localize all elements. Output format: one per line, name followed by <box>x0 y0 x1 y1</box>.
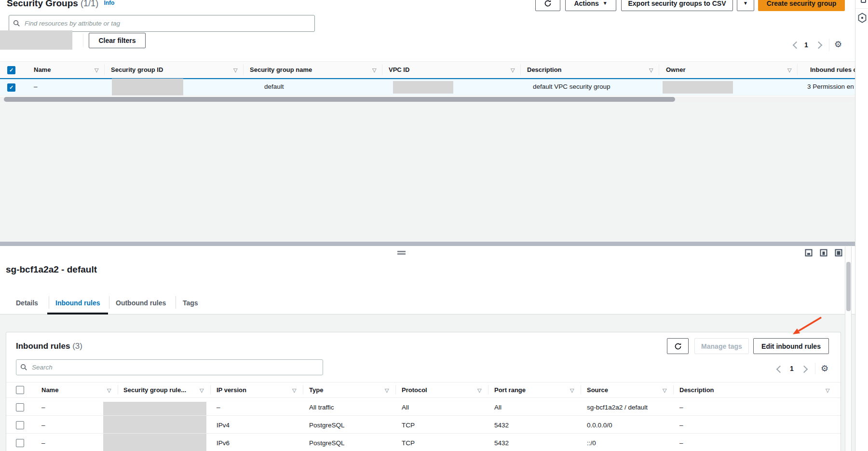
tab-outbound-rules[interactable]: Outbound rules <box>116 299 166 307</box>
cell-type: All traffic <box>309 404 334 411</box>
table-row[interactable] <box>6 434 841 451</box>
cell-sg-name: default <box>264 83 284 90</box>
filter-icon[interactable]: ▽ <box>570 388 574 393</box>
filter-icon[interactable]: ▽ <box>385 388 389 393</box>
create-security-group-button[interactable]: Create security group <box>758 0 845 11</box>
cell-description: default VPC security group <box>533 83 610 90</box>
panel-position-bottom-icon[interactable] <box>805 249 813 259</box>
cell-name: – <box>41 404 45 411</box>
column-header-inbound-rules[interactable]: Inbound rules co <box>810 66 855 73</box>
column-header-rule-id[interactable]: Security group rule... <box>123 386 186 394</box>
refresh-icon <box>674 342 682 350</box>
table-settings-gear-icon[interactable]: ⚙ <box>821 364 828 373</box>
partial-tool-icon[interactable] <box>861 0 866 3</box>
table-settings-gear-icon[interactable]: ⚙ <box>834 40 842 49</box>
scrollbar-thumb[interactable] <box>846 262 851 311</box>
vertical-scrollbar[interactable] <box>845 246 852 451</box>
column-header-description[interactable]: Description <box>527 66 562 73</box>
row-checkbox[interactable]: ✓ <box>7 83 15 92</box>
panel-position-full-icon[interactable] <box>835 249 842 259</box>
divider <box>210 385 211 395</box>
tab-tags[interactable]: Tags <box>183 299 198 307</box>
split-panel-divider[interactable] <box>0 242 855 246</box>
filter-icon[interactable]: ▽ <box>107 388 111 393</box>
find-resources-search[interactable] <box>9 15 315 32</box>
split-panel-title: sg-bcf1a2a2 - default <box>6 264 97 275</box>
tab-inbound-rules[interactable]: Inbound rules <box>55 299 100 307</box>
divider <box>581 385 581 395</box>
column-header-name[interactable]: Name <box>34 66 51 73</box>
manage-tags-button[interactable]: Manage tags <box>694 338 749 354</box>
divider <box>673 385 674 395</box>
divider <box>520 64 521 75</box>
rules-search[interactable] <box>16 359 323 375</box>
column-header-description[interactable]: Description <box>679 386 714 394</box>
previous-page-icon[interactable] <box>793 41 800 49</box>
column-header-ip-version[interactable]: IP version <box>217 386 246 394</box>
filter-icon[interactable]: ▽ <box>511 68 515 73</box>
toolbar-section <box>855 0 868 9</box>
search-icon <box>20 364 27 371</box>
rules-search-input[interactable] <box>31 363 319 371</box>
filter-icon[interactable]: ▽ <box>787 68 791 73</box>
filter-icon[interactable]: ▽ <box>649 68 653 73</box>
filter-icon[interactable]: ▽ <box>826 388 829 393</box>
filter-icon[interactable]: ▽ <box>233 68 237 73</box>
divider <box>109 296 109 309</box>
divider <box>382 64 382 75</box>
cell-name: – <box>34 83 38 90</box>
tab-details[interactable]: Details <box>16 299 38 307</box>
row-checkbox[interactable] <box>16 421 24 429</box>
row-checkbox[interactable] <box>16 403 24 411</box>
amazon-q-icon[interactable] <box>857 13 867 25</box>
filter-icon[interactable]: ▽ <box>663 388 666 393</box>
column-header-owner[interactable]: Owner <box>666 66 685 73</box>
next-page-icon[interactable] <box>815 41 823 49</box>
divider <box>49 296 49 309</box>
table-row[interactable] <box>6 416 841 434</box>
filter-icon[interactable]: ▽ <box>292 388 296 393</box>
divider <box>829 39 829 51</box>
select-all-checkbox[interactable]: ✓ <box>7 66 15 74</box>
column-header-sg-id[interactable]: Security group ID <box>111 66 163 73</box>
column-header-name[interactable]: Name <box>41 386 58 394</box>
export-options-button[interactable]: ▼ <box>737 0 754 11</box>
page-number[interactable]: 1 <box>804 41 808 49</box>
refresh-icon <box>544 0 552 7</box>
clear-filters-button[interactable]: Clear filters <box>89 33 146 48</box>
filter-icon[interactable]: ▽ <box>95 68 98 73</box>
column-header-type[interactable]: Type <box>309 386 323 394</box>
page-number[interactable]: 1 <box>790 365 794 372</box>
panel-position-side-icon[interactable] <box>820 249 827 259</box>
refresh-button[interactable] <box>535 0 560 11</box>
refresh-rules-button[interactable] <box>667 338 689 354</box>
column-header-protocol[interactable]: Protocol <box>402 386 427 394</box>
export-csv-button[interactable]: Export security groups to CSV <box>621 0 733 11</box>
split-panel-resize-handle[interactable] <box>397 251 406 255</box>
cell-source: sg-bcf1a2a2 / default <box>587 404 648 411</box>
scrollbar-thumb[interactable] <box>4 97 675 102</box>
cell-protocol: All <box>402 404 409 411</box>
cell-port-range: All <box>494 404 502 411</box>
find-resources-input[interactable] <box>24 19 311 27</box>
column-header-sg-name[interactable]: Security group name <box>250 66 312 73</box>
select-all-checkbox[interactable] <box>16 386 24 394</box>
cell-description: – <box>679 404 683 411</box>
row-checkbox[interactable] <box>16 439 24 447</box>
redacted-filter-token <box>0 30 72 50</box>
column-header-port-range[interactable]: Port range <box>494 386 526 394</box>
cell-ip-version: – <box>217 404 220 411</box>
horizontal-scrollbar[interactable] <box>0 96 855 102</box>
filter-icon[interactable]: ▽ <box>372 68 376 73</box>
column-header-source[interactable]: Source <box>587 386 608 394</box>
filter-icon[interactable]: ▽ <box>477 388 481 393</box>
filter-icon[interactable]: ▽ <box>200 388 203 393</box>
divider <box>118 385 118 395</box>
actions-button[interactable]: Actions ▼ <box>565 0 616 11</box>
table-row[interactable] <box>6 398 841 416</box>
cell-type: PostgreSQL <box>309 422 345 429</box>
cell-name: – <box>41 439 45 447</box>
edit-inbound-rules-button[interactable]: Edit inbound rules <box>753 338 829 354</box>
column-header-vpc-id[interactable]: VPC ID <box>389 66 409 73</box>
info-link[interactable]: Info <box>104 0 114 6</box>
